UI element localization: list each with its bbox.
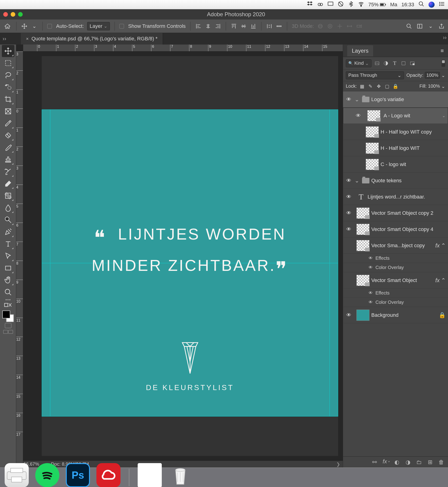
layer-row[interactable]: 👁A - Logo wit bbox=[343, 108, 448, 124]
gradient-tool[interactable] bbox=[2, 190, 14, 202]
align-vertical-centers-icon[interactable] bbox=[240, 23, 247, 29]
more-align-icon[interactable] bbox=[276, 23, 282, 29]
dock-photoshop-app[interactable]: Ps bbox=[66, 463, 90, 487]
layer-effect[interactable]: 👁Effects bbox=[343, 289, 448, 298]
time-label[interactable]: 16:33 bbox=[401, 2, 414, 8]
layer-row[interactable]: 👁⌄Quote tekens bbox=[343, 172, 448, 189]
notification-center-icon[interactable] bbox=[439, 1, 445, 8]
wifi-icon[interactable] bbox=[358, 1, 364, 8]
layer-mask-icon[interactable]: ◐ bbox=[394, 459, 400, 465]
filter-type-icon[interactable]: T bbox=[392, 60, 398, 66]
document-tab[interactable]: × Quote template.psd @ 66,7% (Logo's var… bbox=[21, 33, 163, 45]
doc-arrange-icon[interactable] bbox=[416, 23, 423, 29]
left-panel-toggle[interactable]: ›› bbox=[1, 34, 8, 43]
blend-mode-select[interactable]: Pass Through bbox=[346, 72, 404, 79]
close-window-button[interactable] bbox=[3, 12, 8, 17]
bluetooth-icon[interactable] bbox=[348, 1, 354, 8]
quickmask-toggle[interactable] bbox=[5, 323, 11, 328]
auto-select-checkbox[interactable] bbox=[47, 24, 52, 29]
new-group-icon[interactable]: 🗀 bbox=[416, 459, 422, 465]
zoom-tool[interactable] bbox=[2, 286, 14, 298]
visibility-toggle[interactable]: 👁 bbox=[343, 312, 355, 318]
align-right-edges-icon[interactable] bbox=[215, 23, 221, 29]
filter-adjust-icon[interactable] bbox=[383, 60, 389, 66]
align-top-edges-icon[interactable] bbox=[231, 23, 237, 29]
lock-position-icon[interactable]: ✥ bbox=[376, 83, 382, 89]
visibility-toggle[interactable]: 👁 bbox=[343, 226, 355, 232]
layer-row[interactable]: 👁TLijntjes word...r zichtbaar. bbox=[343, 189, 448, 205]
display-icon[interactable] bbox=[328, 1, 334, 8]
doc-arrange-dropdown[interactable]: ⌄ bbox=[427, 23, 434, 29]
move-tool[interactable] bbox=[2, 45, 14, 57]
panel-menu-icon[interactable]: ≡ bbox=[440, 48, 444, 54]
layer-row[interactable]: Vector Sma...bject copyfx⌃ bbox=[343, 237, 448, 254]
distribute-icon[interactable] bbox=[266, 23, 272, 29]
dock-trash[interactable] bbox=[168, 463, 192, 487]
sync-icon[interactable] bbox=[338, 1, 344, 8]
show-transform-checkbox[interactable] bbox=[119, 24, 124, 29]
filter-smart-icon[interactable] bbox=[409, 60, 416, 66]
right-panel-toggle[interactable]: ›› bbox=[443, 34, 447, 41]
hand-tool[interactable] bbox=[2, 274, 14, 286]
pen-tool[interactable] bbox=[2, 226, 14, 238]
zoom-window-button[interactable] bbox=[18, 12, 23, 17]
brush-tool[interactable] bbox=[2, 141, 14, 154]
cc-menubar-icon[interactable] bbox=[317, 1, 323, 8]
tool-preset-dropdown[interactable]: ⌄ bbox=[31, 23, 38, 29]
link-layers-icon[interactable]: ⚯ bbox=[372, 459, 377, 465]
align-bottom-edges-icon[interactable] bbox=[250, 23, 256, 29]
dodge-tool[interactable] bbox=[2, 214, 14, 226]
ruler-vertical[interactable]: 32101234567891011121314151617 bbox=[16, 51, 23, 468]
delete-layer-icon[interactable]: 🗑 bbox=[438, 459, 444, 465]
layer-row[interactable]: Vector Smart Objectfx⌃ bbox=[343, 272, 448, 289]
marquee-tool[interactable] bbox=[2, 57, 14, 69]
canvas-stage[interactable]: ❝ LIJNTJES WORDEN MINDER ZICHTBAAR.❞ DE … bbox=[23, 51, 343, 461]
spotlight-icon[interactable] bbox=[418, 1, 424, 8]
lasso-tool[interactable] bbox=[2, 69, 14, 81]
visibility-toggle[interactable]: 👁 bbox=[343, 97, 355, 103]
align-left-edges-icon[interactable] bbox=[195, 23, 202, 29]
blur-tool[interactable] bbox=[2, 202, 14, 214]
layer-effect[interactable]: 👁Color Overlay bbox=[343, 298, 448, 307]
layer-row[interactable]: 👁⌄Logo's variatie bbox=[343, 91, 448, 108]
layer-row[interactable]: C - logo wit bbox=[343, 156, 448, 172]
frame-tool[interactable] bbox=[2, 105, 14, 117]
screen-mode-toggle[interactable] bbox=[3, 330, 13, 334]
layer-effect[interactable]: 👁Color Overlay bbox=[343, 263, 448, 272]
siri-icon[interactable] bbox=[429, 2, 435, 8]
layer-row[interactable]: H - Half logo WIT copy bbox=[343, 124, 448, 140]
type-tool[interactable] bbox=[2, 238, 14, 250]
edit-toolbar-icon[interactable] bbox=[3, 301, 13, 309]
tool-overflow[interactable] bbox=[6, 299, 10, 300]
stamp-tool[interactable] bbox=[2, 154, 14, 166]
home-button[interactable] bbox=[3, 22, 12, 30]
ruler-horizontal[interactable]: 0123456789101112131415 bbox=[23, 45, 343, 51]
history-brush-tool[interactable] bbox=[2, 166, 14, 178]
adjustment-layer-icon[interactable]: ◑ bbox=[405, 459, 411, 465]
close-tab-icon[interactable]: × bbox=[26, 36, 29, 41]
guide-h[interactable] bbox=[42, 416, 338, 416]
visibility-toggle[interactable]: 👁 bbox=[343, 194, 355, 200]
shape-tool[interactable] bbox=[2, 262, 14, 274]
visibility-toggle[interactable]: 👁 bbox=[343, 210, 355, 216]
guide-h[interactable] bbox=[42, 109, 338, 110]
path-select-tool[interactable] bbox=[2, 250, 14, 262]
status-flyout[interactable]: ❯ bbox=[334, 462, 343, 467]
share-icon[interactable] bbox=[438, 23, 445, 29]
move-tool-icon[interactable] bbox=[21, 23, 28, 29]
filter-shape-icon[interactable] bbox=[400, 60, 407, 66]
day-label[interactable]: Ma bbox=[390, 2, 397, 8]
lock-image-icon[interactable]: ✎ bbox=[368, 83, 374, 89]
visibility-toggle[interactable]: 👁 bbox=[343, 178, 355, 184]
opacity-dropdown[interactable]: ⌄ bbox=[441, 73, 445, 78]
filter-toggle-switch[interactable] bbox=[441, 60, 445, 67]
dock-printer-app[interactable] bbox=[5, 463, 29, 487]
auto-select-target[interactable]: Layer bbox=[87, 22, 110, 30]
crop-tool[interactable] bbox=[2, 93, 14, 105]
foreground-color-swatch[interactable] bbox=[2, 310, 10, 318]
filter-kind-select[interactable]: Kind bbox=[346, 59, 372, 67]
healing-tool[interactable] bbox=[2, 130, 14, 141]
dock-document[interactable] bbox=[138, 463, 162, 487]
opacity-input[interactable]: 100% bbox=[425, 72, 440, 79]
visibility-toggle[interactable]: 👁 bbox=[352, 113, 364, 119]
